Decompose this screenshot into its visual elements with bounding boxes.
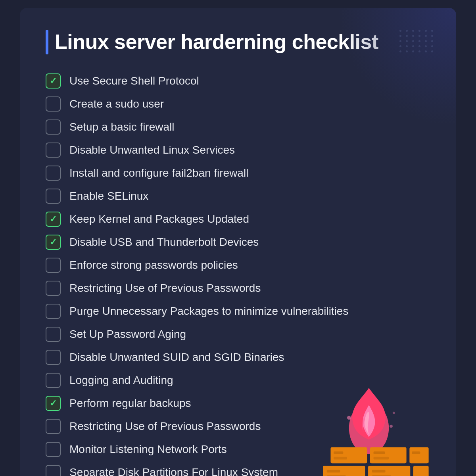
svg-point-2 — [390, 425, 393, 428]
firewall-illustration — [307, 376, 430, 476]
item-label: Purge Unnecessary Packages to minimize v… — [69, 304, 348, 318]
checkmark-icon: ✓ — [50, 399, 57, 408]
checkbox-unchecked[interactable]: ✓ — [46, 119, 61, 135]
checkbox-unchecked[interactable]: ✓ — [46, 419, 61, 434]
list-item[interactable]: ✓Disable USB and Thunderbolt Devices — [46, 231, 430, 254]
list-item[interactable]: ✓Disable Unwanted SUID and SGID Binaries — [46, 346, 430, 369]
checkbox-unchecked[interactable]: ✓ — [46, 143, 61, 158]
list-item[interactable]: ✓Keep Kernel and Packages Updated — [46, 208, 430, 231]
list-item[interactable]: ✓Install and configure fail2ban firewall — [46, 162, 430, 185]
item-label: Create a sudo user — [69, 97, 164, 111]
page-title: Linux server harderning checklist — [55, 31, 378, 53]
checkbox-unchecked[interactable]: ✓ — [46, 281, 61, 296]
item-label: Restricting Use of Previous Passwords — [69, 419, 261, 434]
list-item[interactable]: ✓Restricting Use of Previous Passwords — [46, 277, 430, 300]
checkbox-unchecked[interactable]: ✓ — [46, 189, 61, 204]
svg-point-1 — [347, 416, 351, 420]
checkbox-unchecked[interactable]: ✓ — [46, 166, 61, 181]
checkbox-unchecked[interactable]: ✓ — [46, 258, 61, 273]
checklist-card: Linux server harderning checklist ✓Use S… — [20, 8, 456, 476]
checkbox-unchecked[interactable]: ✓ — [46, 465, 61, 476]
checkbox-unchecked[interactable]: ✓ — [46, 327, 61, 342]
svg-rect-16 — [372, 470, 386, 473]
checkbox-checked[interactable]: ✓ — [46, 73, 61, 89]
list-item[interactable]: ✓Setup a basic firewall — [46, 116, 430, 139]
list-item[interactable]: ✓Use Secure Shell Protocol — [46, 69, 430, 93]
svg-rect-10 — [409, 447, 428, 464]
svg-rect-8 — [374, 451, 385, 454]
checkmark-icon: ✓ — [50, 215, 57, 224]
list-item[interactable]: ✓Create a sudo user — [46, 93, 430, 116]
svg-rect-5 — [334, 451, 343, 454]
list-item[interactable]: ✓Set Up Password Aging — [46, 323, 430, 346]
item-label: Set Up Password Aging — [69, 327, 186, 341]
checkbox-unchecked[interactable]: ✓ — [46, 350, 61, 365]
svg-rect-18 — [413, 466, 429, 476]
list-item[interactable]: ✓Enable SELinux — [46, 185, 430, 208]
checkbox-checked[interactable]: ✓ — [46, 212, 61, 227]
item-label: Disable Unwanted Linux Services — [69, 143, 235, 157]
item-label: Use Secure Shell Protocol — [69, 74, 199, 88]
item-label: Install and configure fail2ban firewall — [69, 166, 248, 180]
svg-rect-6 — [334, 457, 347, 460]
item-label: Keep Kernel and Packages Updated — [69, 212, 249, 226]
checkmark-icon: ✓ — [50, 77, 57, 85]
title-accent-bar — [46, 30, 48, 54]
item-label: Enforce strong passwords policies — [69, 258, 238, 272]
item-label: Perform regular backups — [69, 396, 191, 410]
item-label: Separate Disk Partitions For Linux Syste… — [69, 465, 278, 476]
checkbox-checked[interactable]: ✓ — [46, 396, 61, 411]
svg-rect-4 — [330, 447, 367, 464]
list-item[interactable]: ✓Enforce strong passwords policies — [46, 254, 430, 277]
item-label: Disable Unwanted SUID and SGID Binaries — [69, 350, 284, 364]
svg-rect-9 — [374, 457, 389, 460]
item-label: Monitor Listening Network Ports — [69, 442, 227, 457]
item-label: Setup a basic firewall — [69, 120, 175, 134]
svg-rect-7 — [370, 447, 407, 464]
item-label: Restricting Use of Previous Passwords — [69, 281, 261, 295]
svg-point-3 — [393, 412, 395, 414]
checkbox-checked[interactable]: ✓ — [46, 235, 61, 250]
checkbox-unchecked[interactable]: ✓ — [46, 96, 61, 112]
dots-decoration — [399, 30, 434, 52]
item-label: Disable USB and Thunderbolt Devices — [69, 235, 259, 249]
checkbox-unchecked[interactable]: ✓ — [46, 373, 61, 388]
list-item[interactable]: ✓Disable Unwanted Linux Services — [46, 139, 430, 162]
title-row: Linux server harderning checklist — [46, 30, 430, 54]
item-label: Enable SELinux — [69, 189, 148, 203]
checkmark-icon: ✓ — [50, 238, 57, 247]
checkbox-unchecked[interactable]: ✓ — [46, 442, 61, 457]
checkbox-unchecked[interactable]: ✓ — [46, 304, 61, 319]
svg-rect-13 — [327, 470, 340, 473]
item-label: Logging and Auditing — [69, 373, 173, 387]
svg-rect-11 — [412, 451, 420, 454]
list-item[interactable]: ✓Purge Unnecessary Packages to minimize … — [46, 300, 430, 323]
